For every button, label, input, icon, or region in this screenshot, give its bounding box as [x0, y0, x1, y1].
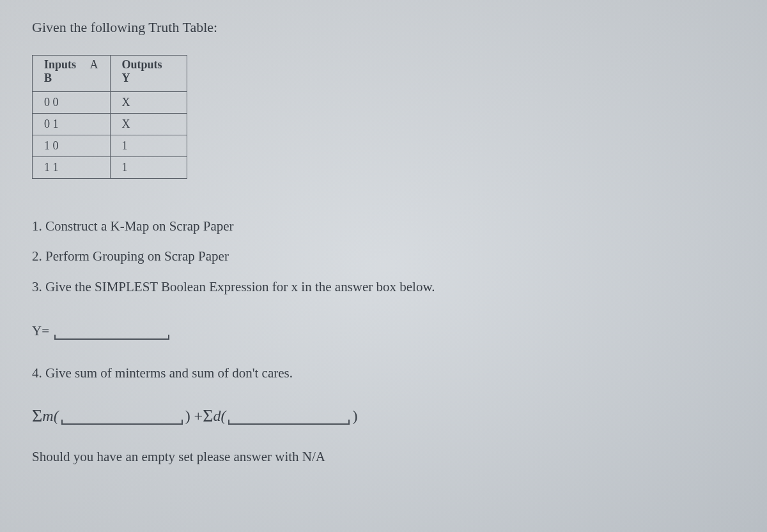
page-title: Given the following Truth Table:	[32, 19, 735, 36]
sigma-icon: Σ	[203, 406, 213, 426]
header-inputs-label: Inputs	[44, 58, 76, 71]
cell-output: 1	[110, 157, 187, 179]
table-row: 0 1 X	[33, 114, 187, 135]
instruction-step3: 3. Give the SIMPLEST Boolean Expression …	[32, 278, 735, 296]
cell-input: 1 1	[33, 157, 111, 179]
m-label: m(	[42, 407, 58, 425]
d-label: d(	[213, 407, 226, 425]
table-row: 1 0 1	[33, 135, 187, 157]
cell-input: 1 0	[33, 135, 111, 157]
dontcares-input[interactable]	[228, 407, 350, 425]
cell-output: 1	[110, 135, 187, 157]
table-row: 0 0 X	[33, 92, 187, 114]
instruction-step2: 2. Perform Grouping on Scrap Paper	[32, 247, 735, 266]
y-input[interactable]	[54, 322, 169, 340]
sigma-icon: Σ	[32, 406, 42, 426]
header-outputs-label: Outputs	[122, 58, 162, 71]
header-y: Y	[122, 72, 130, 84]
minterms-input[interactable]	[61, 407, 183, 425]
cell-input: 0 0	[33, 92, 111, 114]
y-label: Y=	[32, 323, 49, 339]
cell-input: 0 1	[33, 114, 111, 135]
empty-set-note: Should you have an empty set please answ…	[32, 449, 735, 465]
cell-output: X	[110, 114, 187, 135]
instruction-step4: 4. Give sum of minterms and sum of don't…	[32, 365, 735, 381]
close-paren-2: )	[352, 407, 357, 425]
instruction-step1: 1. Construct a K-Map on Scrap Paper	[32, 217, 735, 236]
answer-y-line: Y=	[32, 322, 735, 340]
instructions-block: 1. Construct a K-Map on Scrap Paper 2. P…	[32, 217, 735, 296]
header-b: B	[44, 72, 52, 84]
cell-output: X	[110, 92, 187, 114]
header-a: A	[90, 58, 98, 71]
truth-table: Inputs A B Outputs Y 0 0 X 0 1 X 1 0 1 1…	[32, 55, 187, 179]
table-row: 1 1 1	[33, 157, 187, 179]
formula-line: Σ m( ) + Σ d( )	[32, 406, 735, 426]
close-plus: ) +	[185, 407, 203, 425]
